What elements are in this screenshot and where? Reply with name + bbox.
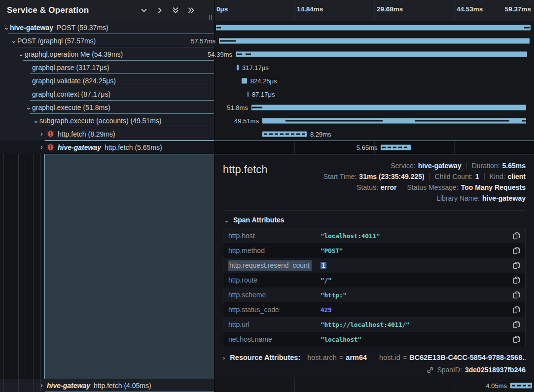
attribute-value-text: 1 (320, 262, 326, 269)
attribute-value: "localhost" (320, 336, 361, 343)
gridline (454, 0, 455, 21)
child-span-marker (285, 120, 383, 121)
panel-resize-handle[interactable]: || (209, 14, 213, 20)
span-bar[interactable] (510, 383, 532, 388)
operation-label: graphql.operation Me (54.39ms) (25, 50, 123, 58)
operation-label: graphql.validate (824.25μs) (32, 77, 116, 85)
timeline-rows: 57.57ms54.39ms317.17μs824.25μs87.17μs51.… (214, 21, 534, 141)
copy-value-button[interactable] (513, 306, 520, 314)
timeline-row[interactable]: 824.25μs (214, 74, 534, 87)
meta-label: Service: (391, 162, 416, 170)
tree-row[interactable]: graphql.context (87.17μs) (0, 87, 214, 101)
timeline-row[interactable]: 51.8ms (214, 101, 534, 114)
timeline-row[interactable]: 54.39ms (214, 47, 534, 61)
tree-row-content: graphql.operation Me (54.39ms) (0, 47, 214, 61)
copy-value-button[interactable] (513, 232, 520, 240)
attribute-row: http.route"/" (223, 273, 525, 287)
timeline-ruler[interactable]: 0μs 14.84ms 29.68ms 44.53ms 59.37ms (214, 0, 534, 21)
span-bar[interactable] (381, 145, 411, 150)
resource-attributes[interactable]: › Resource Attributes: host.arch=arm64ho… (223, 354, 526, 361)
meta-label: Status: (356, 183, 378, 191)
tree-row[interactable]: ⌄hive-gatewayPOST (59.37ms) (0, 21, 214, 34)
timeline-row[interactable] (214, 21, 534, 34)
tree-row[interactable]: graphql.parse (317.17μs) (0, 61, 214, 74)
chevron-down-icon[interactable] (140, 6, 148, 14)
span-attributes-heading[interactable]: ⌄ Span Attributes (224, 216, 526, 224)
attribute-row: http.scheme"http:" (223, 287, 525, 302)
tree-row[interactable]: ⌄POST /graphql (57.57ms) (0, 34, 214, 47)
tree-row[interactable]: ⌄graphql.operation Me (54.39ms) (0, 47, 214, 61)
gridline (294, 379, 295, 392)
timeline-row[interactable]: 317.17μs (214, 61, 534, 74)
span-bar[interactable] (237, 65, 239, 70)
tree-controls (140, 6, 195, 14)
timeline-row[interactable]: 8.29ms (214, 127, 534, 141)
span-bar[interactable] (236, 51, 527, 57)
tree-row-content: graphql.context (87.17μs) (0, 87, 214, 101)
timeline-row[interactable]: 49.51ms (214, 114, 534, 127)
attribute-row: http.url"http://localhost:4011/" (223, 317, 525, 332)
operation-label: http.fetch (5.65ms) (105, 143, 162, 151)
attribute-key-text: http.status_code (228, 306, 279, 314)
span-bar[interactable] (219, 38, 530, 43)
timeline-panel: 0μs 14.84ms 29.68ms 44.53ms 59.37ms 57.5… (214, 0, 534, 392)
divider (373, 354, 373, 361)
chevrons-right-icon[interactable] (187, 6, 195, 14)
attribute-value-text: "/" (320, 277, 332, 284)
child-span-marker (246, 53, 251, 55)
span-title: http.fetch (223, 163, 268, 176)
duration-label: 57.57ms (191, 37, 215, 44)
timeline-row[interactable]: 57.57ms (214, 34, 534, 47)
copy-icon (513, 232, 520, 240)
attribute-row: http.request.resend_count1 (223, 258, 525, 273)
chevron-right-icon[interactable]: › (223, 354, 225, 361)
attribute-key-text: http.scheme (228, 291, 266, 299)
link-icon[interactable] (427, 366, 434, 374)
tree-row[interactable]: ⌄subgraph.execute (accounts) (49.51ms) (0, 114, 214, 127)
resource-key: host.id (379, 354, 400, 361)
divider (223, 210, 526, 211)
error-icon: ! (47, 143, 54, 151)
span-bar[interactable] (216, 25, 531, 30)
attribute-key: http.status_code (228, 306, 320, 314)
copy-value-button[interactable] (513, 261, 520, 269)
attribute-row: net.host.name"localhost" (223, 332, 525, 347)
timeline-row[interactable]: 87.17μs (214, 87, 534, 101)
service-operation-panel: Service & Operation || ⌄hive-gatewayPOST… (0, 0, 214, 392)
tree-row[interactable]: ›hive-gatewayhttp.fetch (4.05ms) (0, 379, 214, 392)
duration-label: 5.65ms (356, 144, 378, 151)
copy-value-button[interactable] (513, 276, 520, 284)
copy-value-button[interactable] (513, 335, 520, 343)
operation-label: graphql.context (87.17μs) (32, 90, 110, 98)
tree-row[interactable]: graphql.validate (824.25μs) (0, 74, 214, 87)
ruler-tick: 59.37ms (505, 5, 531, 13)
tree-row-content: subgraph.execute (accounts) (49.51ms) (0, 114, 214, 127)
span-bar[interactable] (242, 78, 247, 83)
meta-value: client (507, 173, 526, 180)
copy-value-button[interactable] (513, 247, 520, 254)
ruler-tick: 0μs (216, 5, 228, 13)
tree-row-content: !hive-gatewayhttp.fetch (5.65ms) (0, 141, 214, 154)
divider (402, 184, 402, 191)
attribute-key-text: http.method (228, 247, 265, 254)
tree-row[interactable]: ›!http.fetch (8.29ms) (0, 127, 214, 141)
span-tree: ⌄hive-gatewayPOST (59.37ms)⌄POST /graphq… (0, 21, 214, 154)
span-bar[interactable] (262, 131, 307, 137)
meta-label: Kind: (490, 173, 505, 180)
tree-row[interactable]: ⌄graphql.execute (51.8ms) (0, 101, 214, 114)
operation-label: graphql.execute (51.8ms) (32, 104, 110, 111)
chevron-down-icon[interactable]: ⌄ (224, 216, 229, 224)
span-bar[interactable] (248, 91, 249, 97)
tree-row[interactable]: ›!hive-gatewayhttp.fetch (5.65ms) (0, 141, 214, 154)
gridline (375, 379, 375, 392)
timeline-row-bottom[interactable]: 4.05ms (214, 379, 534, 392)
operation-label: http.fetch (4.05ms) (94, 382, 151, 390)
panel-title: Service & Operation (7, 5, 140, 15)
chevrons-down-icon[interactable] (172, 6, 179, 14)
divider (466, 162, 467, 169)
copy-value-button[interactable] (513, 321, 520, 328)
chevron-right-icon[interactable] (156, 6, 164, 14)
timeline-row-selected[interactable]: 5.65ms (214, 141, 534, 154)
copy-value-button[interactable] (513, 291, 520, 299)
span-bar[interactable] (251, 105, 526, 110)
